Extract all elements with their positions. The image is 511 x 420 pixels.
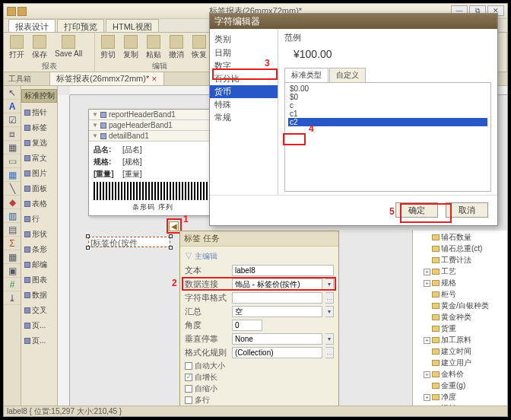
binding-dropdown-icon[interactable]: ▾ — [325, 278, 334, 290]
saveall-button[interactable]: Save All — [52, 34, 84, 61]
dock-dropdown-icon[interactable]: ▾ — [325, 333, 334, 345]
subreport-icon[interactable]: ▣ — [4, 264, 21, 278]
cat-percent[interactable]: 百分比 — [210, 72, 278, 85]
tab-html-view[interactable]: HTML视图 — [106, 19, 159, 32]
tab-custom[interactable]: 自定义 — [329, 68, 366, 82]
chart-icon[interactable]: Σ — [4, 237, 21, 250]
ok-button[interactable]: 确定 — [395, 202, 438, 218]
tab-standard[interactable]: 标准类型 — [284, 68, 328, 82]
doc-tab-active[interactable]: 标签报表(26mmx72mm)* ✕ — [49, 72, 164, 86]
annot-num-1: 1 — [183, 214, 189, 224]
format-input[interactable] — [232, 292, 322, 304]
summary-dropdown-icon[interactable]: ▾ — [325, 306, 334, 317]
picture-icon[interactable]: ▦ — [4, 141, 21, 154]
side-item[interactable]: 面板 — [21, 181, 57, 196]
chk-multiline[interactable]: 多行 — [185, 395, 334, 406]
category-header: 类别 — [210, 32, 278, 46]
redo-icon — [192, 35, 206, 49]
fmt-item[interactable]: c1 — [288, 110, 487, 118]
fmt-item[interactable]: c — [288, 101, 487, 110]
report-page[interactable]: ▼reportHeaderBand1 ▼pageHeaderBand1 ▼det… — [88, 109, 217, 216]
side-item[interactable]: 交叉 — [21, 303, 57, 318]
side-item[interactable]: 表格 — [21, 196, 57, 212]
fmt-item-selected[interactable]: c2 — [288, 118, 487, 126]
panel-icon[interactable]: ▭ — [4, 154, 21, 168]
open-button[interactable]: 打开 — [7, 34, 27, 61]
binding-input[interactable]: 饰品 - 标签价(按件) — [232, 278, 322, 290]
field-list-tree[interactable]: 辅石数量 辅石总重(ct) 工费计法 +工艺 +规格 柜号 黄金/白银种类 黄金… — [412, 231, 507, 406]
close-tab-icon[interactable]: ✕ — [151, 75, 157, 83]
chk-autosize[interactable]: 自动大小 — [185, 361, 334, 371]
toolbox-header: 工具箱 — [7, 74, 49, 84]
rules-ellipsis-button[interactable]: … — [325, 347, 334, 358]
cancel-button[interactable]: 取消 — [446, 202, 488, 218]
side-item[interactable]: 邮编 — [21, 257, 57, 272]
tab-report-design[interactable]: 报表设计 — [8, 19, 56, 32]
richtext-icon[interactable]: ⧈ — [4, 127, 21, 141]
side-item[interactable]: 数据 — [21, 288, 57, 303]
fmt-item[interactable]: $0.00 — [288, 84, 487, 93]
band-row[interactable]: ▼pageHeaderBand1 — [89, 120, 217, 131]
smart-tag-button[interactable]: ◀ — [169, 221, 179, 231]
tab-print-preview[interactable]: 打印预览 — [57, 19, 104, 32]
sample-value: ¥100.00 — [284, 48, 491, 60]
text-input[interactable]: label8 — [232, 265, 334, 276]
rules-input[interactable]: (Collection) — [232, 347, 322, 358]
annot-num-3: 3 — [265, 58, 270, 68]
cat-special[interactable]: 特殊 — [210, 98, 278, 111]
summary-input[interactable]: 空 — [232, 306, 322, 317]
line-icon[interactable]: ╲ — [4, 182, 21, 196]
barcode-text: 条形码 序列 — [94, 202, 212, 212]
toolbox-strip: ↖ A ☑ ⧈ ▦ ▭ ▦ ╲ ◆ ▥ ▤ Σ ▦ ▣ # ⤓ — [4, 86, 21, 406]
pointer-icon[interactable]: ↖ — [4, 86, 21, 100]
pagebreak-icon[interactable]: ⤓ — [4, 291, 21, 305]
side-item[interactable]: 条形 — [21, 242, 57, 257]
side-item[interactable]: 形状 — [21, 227, 57, 242]
side-item[interactable]: 页... — [21, 318, 57, 333]
format-ellipsis-button[interactable]: … — [325, 292, 334, 304]
cat-currency[interactable]: 货币 — [210, 85, 278, 98]
format-list[interactable]: $0.00 $0 c c1 c2 — [284, 83, 491, 192]
side-item[interactable]: 标签 — [21, 120, 57, 135]
band-row[interactable]: ▼detailBand1 — [89, 131, 217, 142]
checkbox-icon[interactable]: ☑ — [4, 113, 21, 127]
cut-button[interactable]: 剪切 — [98, 34, 118, 61]
text-icon[interactable]: A — [4, 100, 21, 113]
chk-autogrow[interactable]: ✓自增长 — [185, 372, 334, 383]
table-icon[interactable]: ▦ — [4, 168, 21, 182]
group-edit-label: 编辑 — [98, 61, 221, 72]
cut-icon — [101, 35, 115, 49]
barcode-icon[interactable]: ▥ — [4, 209, 21, 223]
zip-icon[interactable]: ▤ — [4, 223, 21, 237]
undo-button[interactable]: 撤消 — [167, 34, 186, 61]
fmt-item[interactable]: $0 — [288, 93, 487, 101]
category-list[interactable]: 类别 日期 数字 百分比 货币 特殊 常规 — [210, 29, 278, 195]
side-item[interactable]: 指针 — [21, 105, 57, 120]
side-item[interactable]: 图片 — [21, 166, 57, 181]
detail-content: 品名:[品名] 规格:[规格] [重量][重量] 条形码 序列 — [89, 142, 217, 215]
ruler-vertical — [58, 95, 70, 406]
chk-autoshrink[interactable]: 自缩小 — [185, 383, 334, 394]
open-icon — [10, 35, 24, 49]
pageinfo-icon[interactable]: # — [4, 278, 21, 291]
format-tabs: 标准类型 自定义 — [284, 68, 491, 83]
side-item[interactable]: 图表 — [21, 272, 57, 288]
save-button[interactable]: 保存 — [30, 34, 49, 61]
redo-button[interactable]: 恢复 — [189, 34, 209, 61]
status-bar: label8 { 位置:15,297 大小:210,45 } — [4, 406, 507, 416]
angle-input[interactable]: 0 — [232, 320, 262, 331]
side-item[interactable]: 复选 — [21, 135, 57, 151]
selected-label-control[interactable]: [标签价(按件 — [88, 237, 170, 247]
paste-button[interactable]: 粘贴 — [144, 34, 163, 61]
band-row[interactable]: ▼reportHeaderBand1 — [89, 110, 217, 120]
smart-panel-title: 标签 任务 — [180, 231, 338, 247]
dock-input[interactable]: None — [232, 333, 322, 345]
side-item[interactable]: 富文 — [21, 151, 57, 166]
doc-tab-label: 标签报表(26mmx72mm)* — [56, 73, 149, 84]
side-item[interactable]: 页... — [21, 333, 57, 348]
pivot-icon[interactable]: ▦ — [4, 250, 21, 264]
copy-button[interactable]: 复制 — [121, 34, 141, 61]
side-item[interactable]: 行 — [21, 212, 57, 227]
cat-general[interactable]: 常规 — [210, 111, 278, 124]
shape-icon[interactable]: ◆ — [4, 196, 21, 209]
